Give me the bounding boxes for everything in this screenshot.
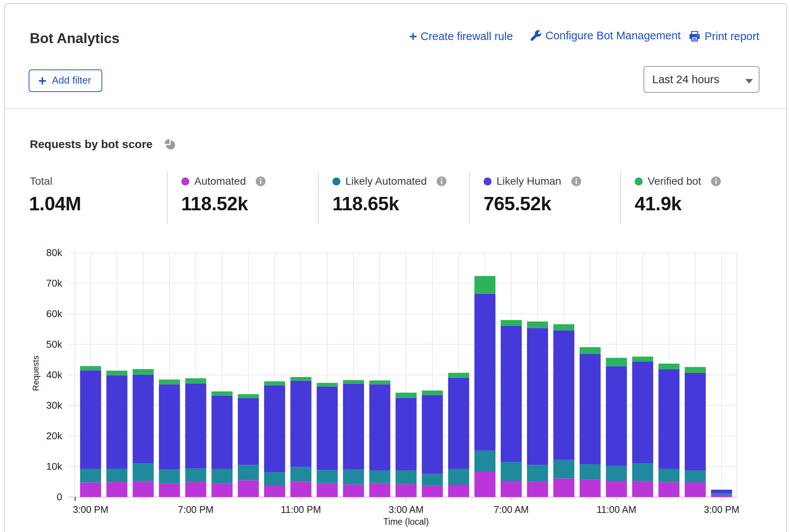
svg-text:80k: 80k <box>46 247 63 258</box>
svg-text:40k: 40k <box>46 369 63 380</box>
svg-text:Requests: Requests <box>31 356 40 391</box>
svg-text:60k: 60k <box>46 308 63 319</box>
svg-text:70k: 70k <box>46 277 63 289</box>
svg-text:11:00 PM: 11:00 PM <box>281 504 321 515</box>
svg-text:10k: 10k <box>46 461 63 472</box>
svg-text:Time (local): Time (local) <box>383 517 429 527</box>
svg-text:3:00 AM: 3:00 AM <box>389 504 424 515</box>
svg-text:50k: 50k <box>46 339 63 350</box>
svg-text:7:00 AM: 7:00 AM <box>494 504 529 515</box>
svg-text:20k: 20k <box>46 430 63 442</box>
svg-text:7:00 PM: 7:00 PM <box>178 504 213 515</box>
svg-text:11:00 AM: 11:00 AM <box>597 504 636 515</box>
svg-text:3:00 PM: 3:00 PM <box>73 504 108 515</box>
svg-text:30k: 30k <box>46 400 63 411</box>
svg-text:3:00 PM: 3:00 PM <box>704 504 739 515</box>
svg-text:0: 0 <box>57 491 62 503</box>
